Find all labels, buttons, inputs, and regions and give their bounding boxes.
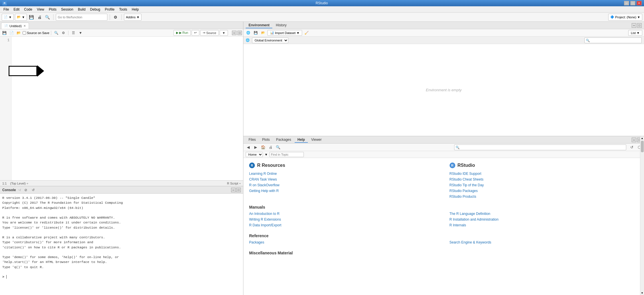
r-internals-link[interactable]: R Internals [450, 223, 639, 227]
menu-build[interactable]: Build [76, 7, 88, 12]
addins-button[interactable]: Addins ▼ [124, 14, 142, 21]
scroll-down-button[interactable]: ▼ [641, 292, 643, 294]
tab-help[interactable]: Help [295, 137, 308, 143]
env-clean-button[interactable]: 🧹 [303, 30, 310, 36]
r-stackoverflow-link[interactable]: R on StackOverflow [249, 183, 438, 187]
editor-save-button[interactable]: 💾 [1, 30, 7, 36]
re-run-button[interactable]: ↩ [192, 30, 199, 36]
rstudio-products-link[interactable]: RStudio Products [450, 195, 639, 199]
r-language-def-link[interactable]: The R Language Definition [450, 212, 639, 216]
scroll-thumb[interactable] [641, 141, 644, 152]
tab-plots[interactable]: Plots [259, 137, 273, 143]
help-home-select[interactable]: Home [246, 152, 263, 157]
editor-view-dropdown[interactable]: ▼ [77, 30, 84, 36]
env-load-button[interactable]: 📂 [260, 30, 266, 36]
code-tools-button[interactable]: ⚙ [112, 14, 119, 21]
editor-maximize-button[interactable]: □ [237, 31, 242, 35]
find-in-topic-input[interactable] [269, 152, 304, 157]
source-on-save-label[interactable]: Source on Save [23, 31, 49, 35]
help-home-button[interactable]: 🏠 [260, 144, 266, 150]
editor-search-button[interactable]: 🔍 [53, 30, 59, 36]
r-icon: R [249, 163, 255, 168]
rstudio-packages-link[interactable]: RStudio Packages [450, 189, 639, 193]
save-all-button[interactable]: 💾 [28, 14, 35, 21]
help-back-button[interactable]: ◀ [245, 144, 251, 150]
console-maximize-button[interactable]: □ [236, 188, 241, 192]
editor-open-button[interactable]: 📂 [15, 30, 22, 36]
search-engine-link[interactable]: Search Engine & Keywords [450, 240, 639, 244]
editor-minimize-button[interactable]: ─ [232, 31, 237, 35]
r-resources-title: R Resources [257, 163, 285, 168]
tab-packages[interactable]: Packages [273, 137, 294, 143]
menu-tools[interactable]: Tools [117, 7, 129, 12]
global-env-select[interactable]: Global Environment [252, 37, 288, 43]
help-columns: R R Resources Learning R Online CRAN Tas… [249, 163, 638, 200]
rstudio-ide-support-link[interactable]: RStudio IDE Support [450, 172, 639, 176]
help-refresh-button[interactable]: ↺ [629, 144, 635, 150]
environment-search[interactable] [584, 37, 642, 43]
help-scrollbar[interactable]: ▲ ▼ [640, 136, 644, 295]
learning-r-online-link[interactable]: Learning R Online [249, 172, 438, 176]
minimize-button[interactable]: ─ [624, 1, 629, 5]
env-minimize-button[interactable]: ─ [632, 23, 636, 28]
menu-plots[interactable]: Plots [47, 7, 59, 12]
cran-task-views-link[interactable]: CRAN Task Views [249, 177, 438, 181]
find-replace-button[interactable]: 🔍 [44, 14, 51, 21]
tab-viewer[interactable]: Viewer [308, 137, 324, 143]
menu-code[interactable]: Code [22, 7, 35, 12]
editor-tab-untitled1[interactable]: 📄 Untitled1 ✕ [1, 23, 29, 29]
env-maximize-button[interactable]: □ [637, 23, 642, 28]
files-tabbar: Files Plots Packages Help Viewer ─ □ [243, 136, 644, 144]
menu-edit[interactable]: Edit [11, 7, 22, 12]
packages-link[interactable]: Packages [249, 240, 438, 244]
rstudio-tip-day-link[interactable]: RStudio Tip of the Day [450, 183, 639, 187]
tab-environment[interactable]: Environment [246, 23, 272, 28]
env-right-buttons: ─ □ [632, 23, 642, 28]
r-install-admin-link[interactable]: R Installation and Administration [450, 217, 639, 221]
maximize-button[interactable]: □ [630, 1, 635, 5]
source-dropdown-button[interactable]: ▼ [220, 30, 228, 36]
editor-tabbar: 📄 Untitled1 ✕ [0, 22, 243, 29]
help-forward-button[interactable]: ▶ [253, 144, 259, 150]
scroll-up-button[interactable]: ▲ [641, 137, 643, 140]
files-minimize-button[interactable]: ─ [632, 138, 636, 142]
open-file-button[interactable]: 📂 ▼ [15, 14, 27, 21]
rstudio-cheat-sheets-link[interactable]: RStudio Cheat Sheets [450, 177, 639, 181]
source-on-save-checkbox[interactable] [23, 31, 26, 35]
menu-view[interactable]: View [35, 7, 47, 12]
project-selector[interactable]: 🔷 Project: (None) ▼ [608, 14, 642, 21]
data-import-export-link[interactable]: R Data Import/Export [249, 223, 438, 227]
menu-file[interactable]: File [1, 7, 11, 12]
editor-tab-close[interactable]: ✕ [23, 24, 26, 27]
help-print-button[interactable]: 🖨 [267, 144, 274, 150]
list-view-button[interactable]: List ▼ [628, 30, 642, 36]
new-file-button[interactable]: 📄 ▼ [2, 14, 14, 21]
editor-code-tools-button[interactable]: ⚙ [60, 30, 66, 36]
intro-r-link[interactable]: An Introduction to R [249, 212, 438, 216]
writing-extensions-link[interactable]: Writing R Extensions [249, 217, 438, 221]
console-blank-1 [2, 210, 241, 215]
help-find-button[interactable]: 🔍 [275, 144, 281, 150]
print-button[interactable]: 🖨 [36, 14, 43, 21]
menu-debug[interactable]: Debug [88, 7, 103, 12]
env-back-button[interactable]: 🌐 [245, 30, 251, 36]
help-search-input[interactable] [454, 144, 627, 150]
editor-view-button[interactable]: ☰ [70, 30, 76, 36]
console-refresh-button[interactable]: ↺ [31, 187, 36, 193]
run-button[interactable]: ▶ ▶ Run [174, 30, 191, 36]
import-dataset-button[interactable]: 📊 Import Dataset ▼ [267, 30, 302, 36]
getting-help-r-link[interactable]: Getting Help with R [249, 189, 438, 193]
source-button[interactable]: ⇒ Source [200, 30, 219, 36]
tab-history[interactable]: History [273, 23, 289, 28]
console-clear-button[interactable]: ⊘ [23, 187, 28, 193]
menu-profile[interactable]: Profile [103, 7, 117, 12]
code-editor[interactable] [11, 37, 243, 180]
tab-files[interactable]: Files [246, 137, 259, 143]
env-save-button[interactable]: 💾 [253, 30, 259, 36]
go-to-file-input[interactable] [56, 14, 107, 21]
close-button[interactable]: ✕ [637, 1, 642, 5]
console-minimize-button[interactable]: ─ [231, 188, 236, 192]
menu-session[interactable]: Session [59, 7, 76, 12]
editor-new-button[interactable]: 📄 [8, 30, 15, 36]
menu-help[interactable]: Help [129, 7, 141, 12]
